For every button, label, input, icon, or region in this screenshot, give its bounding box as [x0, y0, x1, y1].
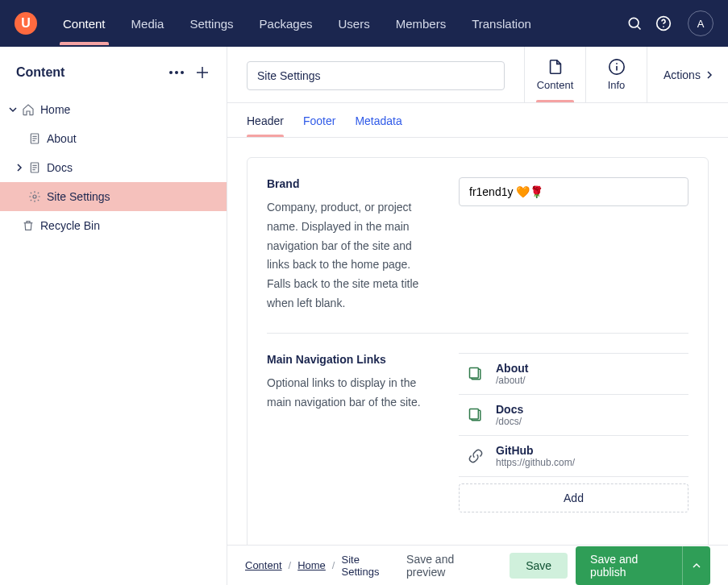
- tree-item-recycle-bin[interactable]: Recycle Bin: [0, 211, 227, 240]
- field-label: Main Navigation Links: [267, 353, 436, 366]
- doctab-metadata[interactable]: Metadata: [355, 114, 401, 137]
- nav-link-title: About: [496, 362, 528, 375]
- topnav-item-media[interactable]: Media: [122, 2, 174, 45]
- topnav-item-members[interactable]: Members: [386, 2, 456, 45]
- tree-item-about[interactable]: About: [0, 124, 227, 153]
- info-icon: [608, 58, 626, 76]
- svg-point-6: [181, 71, 184, 74]
- save-preview-button[interactable]: Save and preview: [406, 553, 490, 579]
- content-editor: Content Info Actions Header Footer Metad…: [227, 47, 728, 585]
- chevron-right-icon[interactable]: [13, 161, 26, 174]
- brand-input[interactable]: [459, 177, 688, 206]
- trash-icon: [21, 218, 35, 233]
- nav-link-sub: /docs/: [496, 416, 523, 427]
- link-icon: [467, 447, 485, 465]
- svg-rect-24: [470, 409, 479, 419]
- add-link-button[interactable]: Add: [459, 483, 688, 512]
- document-icon: [27, 160, 42, 175]
- nav-link-item[interactable]: GitHub https://github.com/: [459, 436, 688, 477]
- svg-point-20: [616, 63, 618, 64]
- svg-point-3: [663, 26, 664, 27]
- more-icon[interactable]: [168, 64, 185, 81]
- header-tab-label: Content: [537, 79, 574, 91]
- nav-link-item[interactable]: About /about/: [459, 353, 688, 395]
- topnav-item-content[interactable]: Content: [53, 2, 115, 45]
- document-tabs: Header Footer Metadata: [227, 103, 728, 138]
- actions-button[interactable]: Actions: [647, 47, 728, 102]
- topnav-item-settings[interactable]: Settings: [180, 2, 243, 45]
- tree-item-site-settings[interactable]: Site Settings: [0, 182, 227, 211]
- topnav-item-users[interactable]: Users: [328, 2, 379, 45]
- svg-rect-22: [470, 367, 479, 378]
- svg-point-4: [169, 71, 173, 74]
- nav-link-sub: /about/: [496, 375, 528, 386]
- breadcrumb: Content / Home / Site Settings: [245, 554, 390, 578]
- header-tab-label: Info: [608, 79, 626, 91]
- doctab-header[interactable]: Header: [247, 114, 284, 137]
- save-publish-button[interactable]: Save and publish: [576, 546, 682, 585]
- user-avatar[interactable]: A: [688, 10, 713, 36]
- tree-label: Site Settings: [47, 190, 110, 203]
- svg-line-1: [638, 27, 641, 30]
- tree-label: About: [47, 132, 77, 145]
- header-tab-content[interactable]: Content: [524, 47, 585, 102]
- chevron-up-icon: [693, 562, 701, 570]
- document-icon: [27, 131, 42, 146]
- search-icon[interactable]: [626, 15, 643, 31]
- nav-link-title: GitHub: [496, 444, 575, 457]
- page-icon: [467, 365, 485, 383]
- page-icon: [467, 406, 485, 424]
- save-publish-menu-button[interactable]: [682, 546, 710, 585]
- breadcrumb-item-current: Site Settings: [341, 554, 390, 578]
- doctab-footer[interactable]: Footer: [303, 114, 335, 137]
- svg-point-0: [629, 18, 639, 27]
- app-logo[interactable]: U: [15, 12, 37, 35]
- svg-point-5: [175, 71, 178, 74]
- chevron-down-icon[interactable]: [6, 103, 19, 116]
- header-tab-info[interactable]: Info: [585, 47, 647, 102]
- breadcrumb-sep: /: [289, 559, 292, 571]
- add-icon[interactable]: [194, 64, 210, 81]
- field-help-text: Optional links to display in the main na…: [267, 374, 436, 413]
- home-icon: [21, 102, 35, 117]
- tree-item-docs[interactable]: Docs: [0, 153, 227, 182]
- actions-label: Actions: [664, 68, 701, 81]
- nav-link-title: Docs: [496, 403, 523, 416]
- gear-icon: [27, 189, 42, 204]
- breadcrumb-item[interactable]: Home: [297, 559, 326, 571]
- nav-link-item[interactable]: Docs /docs/: [459, 395, 688, 436]
- chevron-right-icon: [705, 71, 713, 79]
- top-nav: U Content Media Settings Packages Users …: [0, 0, 728, 47]
- document-title-input[interactable]: [247, 61, 505, 90]
- tree-label: Docs: [47, 161, 73, 174]
- field-help-text: Company, product, or project name. Displ…: [267, 198, 436, 313]
- nav-link-sub: https://github.com/: [496, 457, 575, 468]
- tree-label: Home: [40, 103, 70, 116]
- properties-panel: Brand Company, product, or project name.…: [247, 157, 709, 545]
- content-tree: Home About Docs Si: [0, 92, 227, 243]
- help-icon[interactable]: [655, 15, 672, 31]
- save-button[interactable]: Save: [510, 553, 568, 579]
- field-main-nav: Main Navigation Links Optional links to …: [267, 333, 688, 532]
- tree-item-home[interactable]: Home: [0, 95, 227, 124]
- topnav-item-packages[interactable]: Packages: [250, 2, 322, 45]
- sidebar: Content Home: [0, 47, 227, 585]
- field-label: Brand: [267, 177, 436, 190]
- sidebar-title: Content: [16, 65, 64, 80]
- breadcrumb-sep: /: [332, 559, 335, 571]
- save-publish-split-button: Save and publish: [576, 546, 710, 585]
- document-icon: [547, 58, 564, 76]
- editor-footer: Content / Home / Site Settings Save and …: [227, 545, 728, 585]
- topnav-item-translation[interactable]: Translation: [462, 2, 541, 45]
- field-brand: Brand Company, product, or project name.…: [267, 177, 688, 333]
- svg-point-17: [33, 195, 36, 198]
- breadcrumb-item[interactable]: Content: [245, 559, 282, 571]
- tree-label: Recycle Bin: [40, 219, 100, 232]
- nav-link-list: About /about/ Docs /docs/: [459, 353, 688, 477]
